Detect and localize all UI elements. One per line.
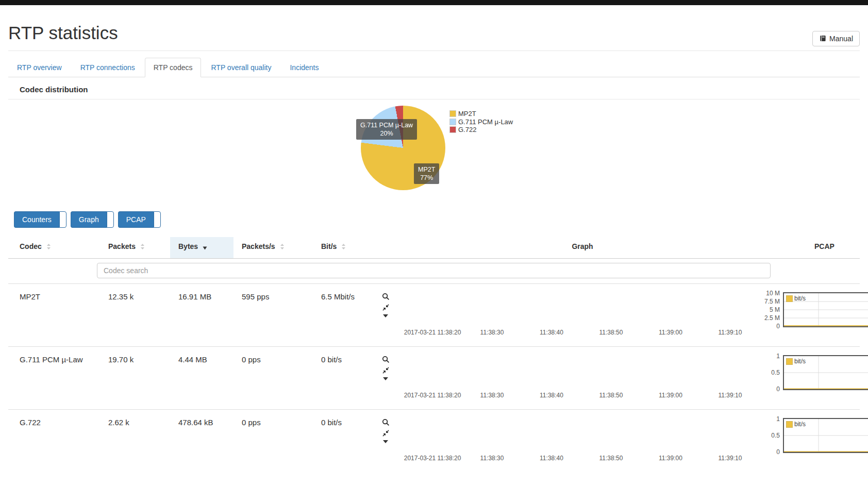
- x-tick-label: 11:38:50: [599, 392, 623, 399]
- legend-item-g722: G.722: [449, 126, 513, 134]
- graph-controls: [361, 292, 397, 338]
- y-tick-label: 0.5: [771, 368, 780, 377]
- x-tick-label: 11:38:40: [540, 392, 563, 399]
- codec-search-input[interactable]: [97, 263, 771, 278]
- compress-icon[interactable]: [382, 430, 389, 437]
- x-tick-label: 11:38:50: [599, 329, 623, 336]
- page-header: RTP statistics Manual: [8, 23, 860, 51]
- column-header-packets-s[interactable]: Packets/s: [233, 237, 313, 258]
- book-icon: [819, 35, 826, 42]
- codec-distribution-chart: G.711 PCM µ-Law 20% MP2T 77% MP2T G.711 …: [8, 99, 860, 200]
- sort-icon: [280, 243, 285, 252]
- legend-swatch-g711: [449, 119, 456, 125]
- graph-cell: 10.50 bit/s 2017-03-21 11:38:2011:38:301…: [361, 410, 814, 472]
- x-tick-label: 2017-03-21 11:38:20: [404, 329, 461, 336]
- packets-s-cell: 0 pps: [233, 410, 313, 472]
- search-row: [8, 259, 860, 283]
- graph-button[interactable]: Graph: [71, 211, 107, 228]
- legend-item-g711: G.711 PCM µ-Law: [449, 118, 513, 126]
- graph-controls: [361, 418, 397, 464]
- caret-down-icon[interactable]: [383, 440, 388, 443]
- column-label: Packets/s: [242, 242, 275, 250]
- graph-legend: bit/s: [786, 295, 806, 302]
- graph-toggle[interactable]: [107, 211, 114, 228]
- legend-swatch-g722: [449, 126, 456, 133]
- mini-graph: 10.50 bit/s 2017-03-21 11:38:2011:38:301…: [361, 418, 814, 464]
- mini-graph: 10 M7.5 M5 M2.5 M0 bit/s 2017-03-21 11:3…: [361, 292, 814, 338]
- x-tick-label: 2017-03-21 11:38:20: [404, 392, 461, 399]
- y-tick-label: 1: [776, 352, 780, 360]
- packets-cell: 19.70 k: [100, 347, 170, 409]
- tab-rtp-connections[interactable]: RTP connections: [72, 58, 144, 77]
- graph-cell: 10.50 bit/s 2017-03-21 11:38:2011:38:301…: [361, 347, 814, 409]
- legend-label: G.722: [458, 126, 476, 133]
- manual-button[interactable]: Manual: [812, 31, 860, 46]
- table-header-row: Codec Packets Bytes Packets/s Bit/s Grap…: [8, 237, 860, 259]
- column-header-graph: Graph: [361, 237, 804, 258]
- compress-icon[interactable]: [382, 304, 389, 311]
- column-header-bytes[interactable]: Bytes: [170, 237, 233, 258]
- column-header-packets[interactable]: Packets: [100, 237, 170, 258]
- counters-button[interactable]: Counters: [14, 211, 59, 228]
- legend-swatch: [786, 358, 793, 365]
- counters-toggle[interactable]: [59, 211, 66, 228]
- graph-legend: bit/s: [786, 421, 806, 428]
- pie-label-g711: G.711 PCM µ-Law 20%: [356, 119, 417, 140]
- x-tick-label: 11:39:10: [719, 455, 742, 462]
- x-tick-label: 11:38:40: [540, 329, 563, 336]
- zoom-icon[interactable]: [382, 293, 390, 300]
- tab-rtp-overview[interactable]: RTP overview: [8, 58, 71, 77]
- graph-legend-label: bit/s: [794, 421, 806, 428]
- graph-x-axis: 2017-03-21 11:38:2011:38:3011:38:4011:38…: [397, 329, 783, 338]
- compress-icon[interactable]: [382, 367, 389, 374]
- graph-legend: bit/s: [786, 358, 806, 365]
- tab-incidents[interactable]: Incidents: [281, 58, 327, 77]
- graph-x-axis: 2017-03-21 11:38:2011:38:3011:38:4011:38…: [397, 455, 783, 464]
- x-tick-label: 11:38:30: [480, 392, 504, 399]
- pie-label-mp2t-name: MP2T: [418, 165, 435, 174]
- y-tick-label: 0.5: [771, 431, 780, 440]
- top-black-bar: [0, 0, 868, 5]
- packets-cell: 2.62 k: [100, 410, 170, 472]
- codec-cell: MP2T: [8, 284, 100, 346]
- caret-down-icon[interactable]: [383, 314, 388, 317]
- column-label: Packets: [108, 242, 136, 250]
- table-row: G.711 PCM µ-Law 19.70 k 4.44 MB 0 pps 0 …: [8, 346, 860, 409]
- graph-legend-label: bit/s: [794, 295, 806, 302]
- sort-icon: [46, 243, 51, 252]
- pcap-button[interactable]: PCAP: [118, 211, 154, 228]
- pcap-toggle[interactable]: [154, 211, 161, 228]
- tab-rtp-codecs[interactable]: RTP codecs: [145, 58, 202, 77]
- codec-distribution-heading: Codec distribution: [20, 85, 860, 94]
- graph-y-axis: 10.50: [397, 355, 783, 390]
- y-tick-label: 7.5 M: [764, 297, 780, 306]
- bit-s-cell: 0 bit/s: [313, 410, 361, 472]
- packets-cell: 12.35 k: [100, 284, 170, 346]
- graph-legend-label: bit/s: [794, 358, 806, 365]
- y-tick-label: 5 M: [770, 306, 780, 314]
- pie-label-mp2t-pct: 77%: [418, 174, 435, 182]
- counters-button-group: Counters: [14, 211, 66, 228]
- graph-cell: 10 M7.5 M5 M2.5 M0 bit/s 2017-03-21 11:3…: [361, 284, 814, 346]
- graph-controls: [361, 355, 397, 401]
- bytes-cell: 478.64 kB: [170, 410, 233, 472]
- zoom-icon[interactable]: [382, 356, 390, 363]
- bit-s-cell: 0 bit/s: [313, 347, 361, 409]
- tab-rtp-overall-quality[interactable]: RTP overall quality: [202, 58, 280, 77]
- column-header-codec[interactable]: Codec: [8, 237, 100, 258]
- sort-icon: [140, 243, 145, 252]
- bit-s-cell: 6.5 Mbit/s: [313, 284, 361, 346]
- mini-graph: 10.50 bit/s 2017-03-21 11:38:2011:38:301…: [361, 355, 814, 401]
- column-header-bit-s[interactable]: Bit/s: [313, 237, 361, 258]
- caret-down-icon[interactable]: [383, 377, 388, 380]
- y-tick-label: 10 M: [766, 289, 780, 297]
- page-title: RTP statistics: [8, 23, 860, 43]
- x-tick-label: 11:38:30: [480, 329, 504, 336]
- legend-swatch: [786, 421, 793, 428]
- x-tick-label: 11:38:30: [480, 455, 504, 462]
- x-tick-label: 11:39:00: [659, 392, 682, 399]
- column-label: Codec: [20, 242, 42, 250]
- zoom-icon[interactable]: [382, 418, 390, 426]
- graph-button-group: Graph: [71, 211, 114, 228]
- x-tick-label: 11:39:00: [659, 329, 682, 336]
